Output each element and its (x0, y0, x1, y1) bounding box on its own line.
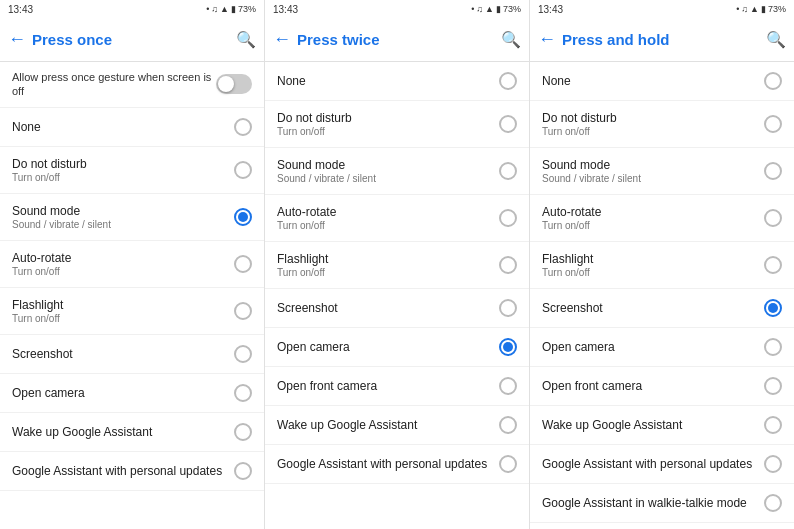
option-label-2: Sound mode (12, 204, 234, 218)
option-row-3[interactable]: Auto-rotate Turn on/off (530, 195, 794, 242)
option-radio-1[interactable] (499, 115, 517, 133)
battery-icon: 73% (768, 4, 786, 14)
option-row-9[interactable]: Google Assistant with personal updates (530, 445, 794, 484)
option-row-5[interactable]: Screenshot (0, 335, 264, 374)
search-button[interactable]: 🔍 (236, 30, 256, 49)
option-row-1[interactable]: Do not disturb Turn on/off (530, 101, 794, 148)
option-text-10: Google Assistant in walkie-talkie mode (542, 496, 764, 510)
option-radio-4[interactable] (499, 256, 517, 274)
option-radio-4[interactable] (764, 256, 782, 274)
option-row-2[interactable]: Sound mode Sound / vibrate / silent (0, 194, 264, 241)
option-row-1[interactable]: Do not disturb Turn on/off (0, 147, 264, 194)
option-sub-2: Sound / vibrate / silent (12, 219, 234, 230)
option-text-6: Open camera (542, 340, 764, 354)
option-radio-8[interactable] (234, 462, 252, 480)
back-button[interactable]: ← (273, 29, 291, 50)
status-icons: • ♫ ▲ ▮ 73% (471, 4, 521, 14)
allow-gesture-label: Allow press once gesture when screen is … (12, 70, 216, 99)
option-radio-7[interactable] (499, 377, 517, 395)
option-row-6[interactable]: Open camera (0, 374, 264, 413)
back-button[interactable]: ← (8, 29, 26, 50)
option-row-5[interactable]: Screenshot (265, 289, 529, 328)
option-row-7[interactable]: Open front camera (530, 367, 794, 406)
option-row-3[interactable]: Auto-rotate Turn on/off (265, 195, 529, 242)
option-row-4[interactable]: Flashlight Turn on/off (530, 242, 794, 289)
option-label-8: Wake up Google Assistant (542, 418, 764, 432)
option-radio-0[interactable] (234, 118, 252, 136)
allow-gesture-row[interactable]: Allow press once gesture when screen is … (0, 62, 264, 108)
option-label-8: Wake up Google Assistant (277, 418, 499, 432)
option-text-8: Wake up Google Assistant (277, 418, 499, 432)
option-row-6[interactable]: Open camera (530, 328, 794, 367)
option-radio-6[interactable] (499, 338, 517, 356)
option-radio-5[interactable] (499, 299, 517, 317)
option-label-5: Screenshot (542, 301, 764, 315)
option-radio-2[interactable] (234, 208, 252, 226)
status-time: 13:43 (273, 4, 298, 15)
option-label-3: Auto-rotate (277, 205, 499, 219)
option-radio-0[interactable] (499, 72, 517, 90)
option-label-3: Auto-rotate (542, 205, 764, 219)
option-row-6[interactable]: Open camera (265, 328, 529, 367)
option-radio-9[interactable] (764, 455, 782, 473)
option-row-5[interactable]: Screenshot (530, 289, 794, 328)
option-label-1: Do not disturb (542, 111, 764, 125)
option-row-0[interactable]: None (0, 108, 264, 147)
option-row-0[interactable]: None (530, 62, 794, 101)
allow-gesture-toggle[interactable] (216, 74, 252, 94)
option-radio-3[interactable] (764, 209, 782, 227)
option-label-1: Do not disturb (12, 157, 234, 171)
option-radio-8[interactable] (764, 416, 782, 434)
option-row-0[interactable]: None (265, 62, 529, 101)
status-time: 13:43 (8, 4, 33, 15)
option-row-7[interactable]: Wake up Google Assistant (0, 413, 264, 452)
option-radio-7[interactable] (234, 423, 252, 441)
option-radio-1[interactable] (764, 115, 782, 133)
option-radio-9[interactable] (499, 455, 517, 473)
option-radio-3[interactable] (234, 255, 252, 273)
headset-icon: ♫ (741, 4, 748, 14)
search-button[interactable]: 🔍 (766, 30, 786, 49)
option-radio-2[interactable] (764, 162, 782, 180)
option-label-0: None (12, 120, 234, 134)
option-radio-1[interactable] (234, 161, 252, 179)
option-radio-8[interactable] (499, 416, 517, 434)
option-row-1[interactable]: Do not disturb Turn on/off (265, 101, 529, 148)
option-row-3[interactable]: Auto-rotate Turn on/off (0, 241, 264, 288)
search-button[interactable]: 🔍 (501, 30, 521, 49)
option-radio-4[interactable] (234, 302, 252, 320)
option-radio-6[interactable] (764, 338, 782, 356)
option-sub-4: Turn on/off (542, 267, 764, 278)
option-sub-4: Turn on/off (277, 267, 499, 278)
option-radio-2[interactable] (499, 162, 517, 180)
option-text-3: Auto-rotate Turn on/off (277, 205, 499, 231)
option-label-6: Open camera (12, 386, 234, 400)
option-radio-5[interactable] (234, 345, 252, 363)
option-radio-7[interactable] (764, 377, 782, 395)
option-radio-5[interactable] (764, 299, 782, 317)
panel-press-twice: 13:43 • ♫ ▲ ▮ 73% ← Press twice 🔍 None D… (265, 0, 530, 529)
option-radio-10[interactable] (764, 494, 782, 512)
option-row-2[interactable]: Sound mode Sound / vibrate / silent (265, 148, 529, 195)
option-label-6: Open camera (542, 340, 764, 354)
option-text-0: None (277, 74, 499, 88)
option-row-9[interactable]: Google Assistant with personal updates (265, 445, 529, 484)
option-sub-3: Turn on/off (542, 220, 764, 231)
option-radio-6[interactable] (234, 384, 252, 402)
option-row-8[interactable]: Wake up Google Assistant (265, 406, 529, 445)
option-row-10[interactable]: Google Assistant in walkie-talkie mode (530, 484, 794, 523)
option-row-4[interactable]: Flashlight Turn on/off (265, 242, 529, 289)
option-radio-0[interactable] (764, 72, 782, 90)
option-row-7[interactable]: Open front camera (265, 367, 529, 406)
option-row-8[interactable]: Wake up Google Assistant (530, 406, 794, 445)
bluetooth-icon: • (471, 4, 474, 14)
option-radio-3[interactable] (499, 209, 517, 227)
option-text-2: Sound mode Sound / vibrate / silent (277, 158, 499, 184)
back-button[interactable]: ← (538, 29, 556, 50)
option-row-8[interactable]: Google Assistant with personal updates (0, 452, 264, 491)
option-text-7: Open front camera (277, 379, 499, 393)
option-label-7: Open front camera (542, 379, 764, 393)
option-row-4[interactable]: Flashlight Turn on/off (0, 288, 264, 335)
option-row-2[interactable]: Sound mode Sound / vibrate / silent (530, 148, 794, 195)
option-sub-3: Turn on/off (277, 220, 499, 231)
